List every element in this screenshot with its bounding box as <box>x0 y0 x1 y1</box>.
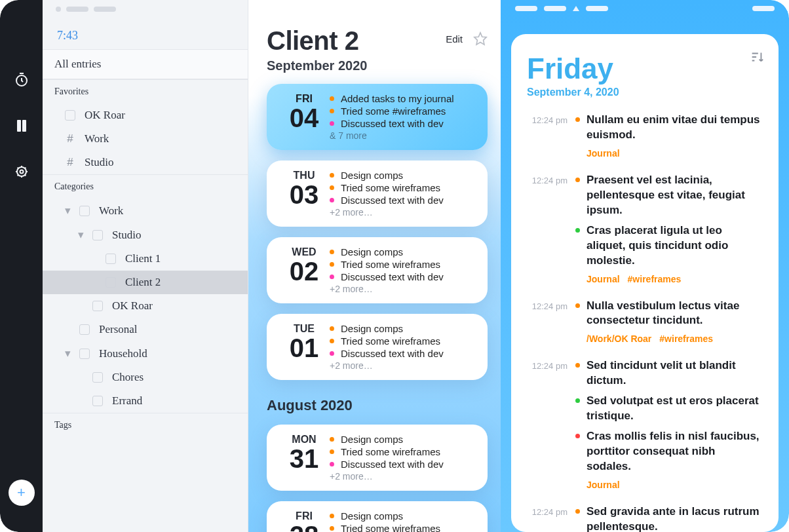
detail-text: Praesent vel est lacinia, pellentesque e… <box>587 173 763 218</box>
sidebar-category-item[interactable]: ▾Household <box>43 341 248 366</box>
sidebar-item-label: Household <box>99 347 147 360</box>
bullet-icon <box>330 437 334 442</box>
entry-line: Discussed text with dev <box>330 459 476 470</box>
detail-entry[interactable]: 12:24 pmNulla vestibulum lectus vitae co… <box>527 299 763 345</box>
bullet-icon <box>575 303 580 308</box>
detail-line: Cras mollis felis in nisl faucibus, port… <box>575 429 763 474</box>
entry-line: Discussed text with dev <box>330 348 476 359</box>
sidebar-item-label: OK Roar <box>112 299 153 313</box>
sidebar-all-entries[interactable]: All entries <box>43 49 248 79</box>
entry-line: Design comps <box>330 170 476 181</box>
sidebar-category-item[interactable]: Errand <box>43 389 248 413</box>
sidebar-category-item[interactable]: OK Roar <box>43 294 248 318</box>
hash-icon: # <box>65 132 75 145</box>
bullet-icon <box>330 275 334 279</box>
detail-entry[interactable]: 12:24 pmNullam eu enim vitae dui tempus … <box>527 113 763 159</box>
sidebar-category-item[interactable]: ▾Studio <box>43 223 248 247</box>
status-bar-left <box>43 0 248 18</box>
bullet-icon <box>330 449 334 454</box>
bullet-icon <box>330 526 334 531</box>
journal-icon[interactable] <box>14 118 29 134</box>
bullet-icon <box>330 326 334 331</box>
detail-entry[interactable]: 12:24 pmSed gravida ante in lacus rutrum… <box>527 504 763 532</box>
entry-line: Tried some wireframes <box>330 335 476 347</box>
entry-line: Discussed text with dev <box>330 118 476 129</box>
chevron-down-icon: ▾ <box>65 204 74 218</box>
sidebar-section-categories: Categories <box>43 174 248 199</box>
detail-date: September 4, 2020 <box>527 86 763 98</box>
detail-entry[interactable]: 12:24 pmPraesent vel est lacinia, pellen… <box>527 173 763 284</box>
day-card[interactable]: MON31Design compsTried some wireframesDi… <box>267 425 488 491</box>
status-bar-right <box>501 0 789 17</box>
bullet-icon <box>575 117 580 122</box>
month-separator: August 2020 <box>267 397 488 414</box>
month-label: September 2020 <box>267 58 367 73</box>
entry-time: 12:24 pm <box>527 504 575 532</box>
day-card[interactable]: WED02Design compsTried some wireframesDi… <box>267 237 488 303</box>
entry-text: Tried some wireframes <box>341 259 440 270</box>
detail-column: Friday September 4, 2020 12:24 pmNullam … <box>501 0 789 532</box>
day-number: 04 <box>279 105 330 131</box>
sidebar-section-favorites: Favorites <box>43 79 248 104</box>
entry-text: Design comps <box>341 246 403 257</box>
entry-line: Design comps <box>330 246 476 257</box>
sidebar-favorite-item[interactable]: OK Roar <box>43 104 248 127</box>
chevron-down-icon: ▾ <box>65 347 74 360</box>
more-indicator: & 7 more <box>330 130 476 141</box>
sidebar-item-label: Work <box>99 204 123 218</box>
bullet-icon <box>330 250 334 254</box>
sidebar-category-item[interactable]: Client 2 <box>43 271 248 294</box>
entry-text: Design comps <box>341 323 403 334</box>
nav-rail: + <box>0 0 43 532</box>
detail-text: Cras placerat ligula ut leo aliquet, qui… <box>587 223 763 269</box>
day-card[interactable]: FRI04Added tasks to my journalTried some… <box>267 84 488 150</box>
page-title: Client 2 <box>267 26 367 56</box>
add-button[interactable]: + <box>9 480 35 506</box>
chevron-down-icon: ▾ <box>78 228 87 242</box>
day-number: 28 <box>279 522 330 532</box>
edit-button[interactable]: Edit <box>446 33 463 45</box>
entry-text: Discussed text with dev <box>341 195 444 206</box>
entry-text: Design comps <box>341 170 403 181</box>
day-card[interactable]: TUE01Design compsTried some wireframesDi… <box>267 314 488 380</box>
sidebar-item-label: Client 1 <box>125 252 161 265</box>
entry-time: 12:24 pm <box>527 358 575 490</box>
sidebar-favorite-item[interactable]: #Studio <box>43 151 248 174</box>
entry-line: Tried some wireframes <box>330 523 476 532</box>
sidebar-item-label: Chores <box>112 371 144 384</box>
day-number: 01 <box>279 335 330 361</box>
bullet-icon <box>575 178 580 182</box>
entry-text: Tried some wireframes <box>341 182 440 193</box>
checkbox-icon <box>92 301 103 311</box>
checkbox-icon <box>65 110 75 121</box>
entry-line: Tried some #wireframes <box>330 105 476 117</box>
sort-icon[interactable] <box>750 50 764 64</box>
detail-line: Nulla vestibulum lectus vitae consectetu… <box>575 299 763 329</box>
svg-marker-5 <box>474 33 486 45</box>
checkbox-icon <box>92 230 103 240</box>
day-list-column: Client 2 September 2020 Edit FRI04Added … <box>248 0 501 532</box>
sidebar-category-item[interactable]: Personal <box>43 318 248 341</box>
checkbox-icon <box>92 396 103 406</box>
entry-text: Tried some wireframes <box>341 446 440 457</box>
day-card[interactable]: THU03Design compsTried some wireframesDi… <box>267 161 488 227</box>
detail-line: Sed gravida ante in lacus rutrum pellent… <box>575 504 763 532</box>
sidebar-category-item[interactable]: ▾Work <box>43 199 248 223</box>
sidebar-category-item[interactable]: Chores <box>43 366 248 389</box>
detail-entry[interactable]: 12:24 pmSed tincidunt velit ut blandit d… <box>527 358 763 490</box>
bullet-icon <box>575 509 580 514</box>
star-icon[interactable] <box>473 31 488 46</box>
entry-line: Design comps <box>330 510 476 522</box>
detail-line: Cras placerat ligula ut leo aliquet, qui… <box>575 223 763 269</box>
bullet-icon <box>330 173 334 178</box>
sidebar-favorite-item[interactable]: #Work <box>43 127 248 151</box>
sidebar-item-label: Personal <box>99 323 138 336</box>
day-card[interactable]: FRI28Design compsTried some wireframesDi… <box>267 501 488 532</box>
entry-line: Discussed text with dev <box>330 271 476 282</box>
entry-tags: /Work/OK Roar#wireframes <box>587 333 763 344</box>
timer-icon[interactable] <box>14 72 29 88</box>
bullet-icon <box>330 351 334 356</box>
svg-rect-2 <box>22 120 26 132</box>
gear-icon[interactable] <box>14 164 29 180</box>
sidebar-category-item[interactable]: Client 1 <box>43 247 248 271</box>
